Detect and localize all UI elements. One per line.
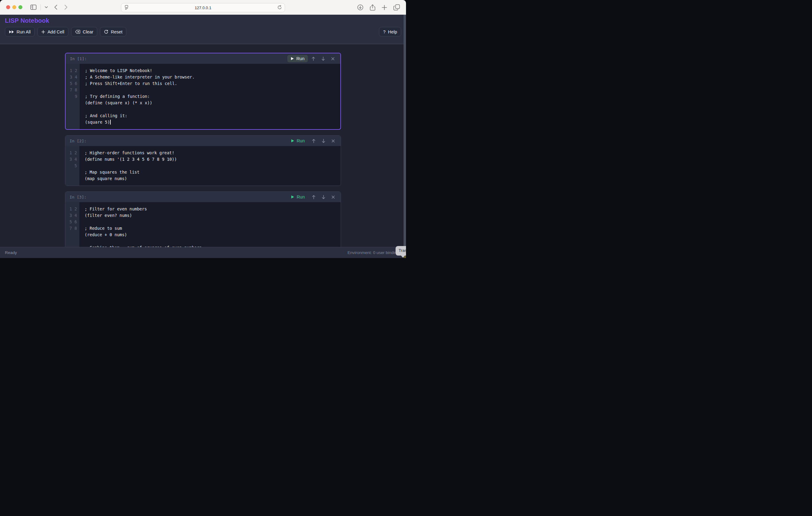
forward-button[interactable] (64, 5, 67, 10)
code-line: (filter even? nums) (85, 212, 338, 219)
plus-icon (41, 30, 45, 34)
add-cell-button[interactable]: Add Cell (37, 27, 68, 36)
move-cell-down-button[interactable] (319, 193, 328, 201)
delete-cell-button[interactable] (329, 137, 338, 144)
cell-header: In [3]:Run (65, 192, 341, 202)
arrow-down-icon (321, 56, 325, 61)
button-label: Reset (111, 29, 122, 34)
sidebar-icon[interactable] (30, 5, 36, 10)
backspace-icon (75, 30, 80, 34)
code-line: ; Combine them - sum of squares of even … (85, 245, 338, 247)
cell-actions: Run (288, 193, 338, 201)
line-number-gutter: 1 2 3 4 5 (65, 146, 80, 185)
play-icon (291, 195, 294, 199)
run-cell-button[interactable]: Run (288, 193, 308, 201)
browser-chrome: 127.0.0.1 (0, 0, 406, 15)
cell-header: In [2]:Run (65, 136, 341, 146)
play-icon (291, 139, 294, 143)
code-line: (define nums '(1 2 3 4 5 6 7 8 9 10)) (85, 156, 338, 163)
tab-overview-icon[interactable] (394, 4, 400, 10)
code-editor[interactable]: ; Filter for even numbers(filter even? n… (80, 202, 341, 247)
line-number-gutter: 1 2 3 4 5 6 7 8 9 (66, 64, 80, 129)
code-line (85, 219, 338, 225)
close-icon (331, 57, 335, 60)
code-line: (map square nums) (85, 175, 338, 182)
code-line: (square 5) (85, 119, 338, 125)
page-scrollbar[interactable] (404, 15, 406, 258)
reload-icon[interactable] (278, 5, 282, 11)
code-line (85, 163, 338, 169)
reset-button[interactable]: Reset (100, 27, 126, 36)
code-editor[interactable]: ; Higher-order functions work great!(def… (80, 146, 341, 185)
code-line: ; Try defining a function: (85, 93, 338, 100)
run-label: Run (296, 195, 305, 199)
cell-body: 1 2 3 4 5 6 7 8 9; Welcome to LISP Noteb… (66, 64, 340, 129)
code-line: ; Reduce to sum (85, 225, 338, 232)
arrow-up-icon (311, 56, 316, 61)
zoom-window-button[interactable] (19, 5, 22, 9)
button-label: Clear (83, 29, 93, 34)
text-caret (110, 120, 111, 124)
cell-body: 1 2 3 4 5; Higher-order functions work g… (65, 146, 341, 185)
move-cell-down-button[interactable] (319, 137, 328, 144)
move-cell-down-button[interactable] (319, 55, 327, 62)
new-tab-icon[interactable] (382, 5, 387, 10)
back-button[interactable] (54, 5, 57, 10)
app-header: LISP Notebook Run AllAdd CellClearReset?… (0, 15, 406, 44)
close-icon (331, 139, 335, 143)
run-cell-button[interactable]: Run (288, 137, 308, 144)
move-cell-up-button[interactable] (309, 137, 318, 144)
traffic-lights (6, 5, 22, 9)
code-line (85, 238, 338, 245)
dock-tooltip-text: Tras (399, 248, 406, 253)
chrome-divider (40, 4, 41, 10)
cell-label: In [3]: (69, 195, 86, 199)
help-button[interactable]: ?Help (379, 27, 401, 36)
line-number-gutter: 1 2 3 4 5 6 7 8 (65, 202, 80, 247)
code-line: (reduce + 0 nums) (85, 232, 338, 238)
cell-actions: Run (288, 137, 338, 144)
browser-window: 127.0.0.1 LISP Notebook Run AllAdd CellC… (0, 0, 406, 258)
status-ready: Ready (5, 250, 17, 255)
close-window-button[interactable] (6, 5, 10, 9)
notebook-cell: In [2]:Run1 2 3 4 5; Higher-order functi… (65, 135, 341, 186)
move-cell-up-button[interactable] (309, 55, 318, 62)
move-cell-up-button[interactable] (309, 193, 318, 201)
share-icon[interactable] (370, 4, 375, 11)
chrome-nav (30, 4, 67, 10)
code-line: (define (square x) (* x x)) (85, 100, 338, 106)
code-editor[interactable]: ; Welcome to LISP Notebook!; A Scheme-li… (80, 64, 340, 129)
toolbar: Run AllAdd CellClearReset?Help (5, 27, 401, 36)
downloads-icon[interactable] (357, 4, 364, 10)
page-settings-icon[interactable] (124, 5, 129, 11)
dock-tooltip: Tras (396, 246, 406, 256)
delete-cell-button[interactable] (328, 55, 337, 62)
notebook-cell: In [1]:Run1 2 3 4 5 6 7 8 9; Welcome to … (65, 53, 341, 130)
close-icon (331, 195, 335, 199)
cell-header: In [1]:Run (66, 53, 340, 64)
code-line: ; Map squares the list (85, 169, 338, 175)
run-label: Run (296, 56, 304, 61)
delete-cell-button[interactable] (329, 193, 338, 201)
code-line: ; Filter for even numbers (85, 206, 338, 212)
code-line: ; And calling it: (85, 113, 338, 119)
button-label: Run All (17, 29, 31, 34)
reset-icon (104, 30, 108, 34)
address-bar[interactable]: 127.0.0.1 (121, 3, 285, 12)
clear-button[interactable]: Clear (71, 27, 97, 36)
play-icon (291, 57, 294, 60)
run-all-icon (9, 30, 14, 34)
run-cell-button[interactable]: Run (287, 55, 308, 62)
button-label: Help (388, 29, 397, 34)
code-line: ; Higher-order functions work great! (85, 150, 338, 156)
url-text: 127.0.0.1 (195, 5, 211, 10)
run-all-button[interactable]: Run All (5, 27, 35, 36)
notebook-area: In [1]:Run1 2 3 4 5 6 7 8 9; Welcome to … (0, 44, 406, 247)
code-line: ; A Scheme-like interpreter in your brow… (85, 74, 338, 80)
arrow-down-icon (321, 195, 326, 199)
chevron-down-icon[interactable] (45, 6, 48, 8)
minimize-window-button[interactable] (12, 5, 16, 9)
code-line (85, 106, 338, 113)
code-line (85, 87, 338, 93)
run-label: Run (296, 138, 305, 143)
